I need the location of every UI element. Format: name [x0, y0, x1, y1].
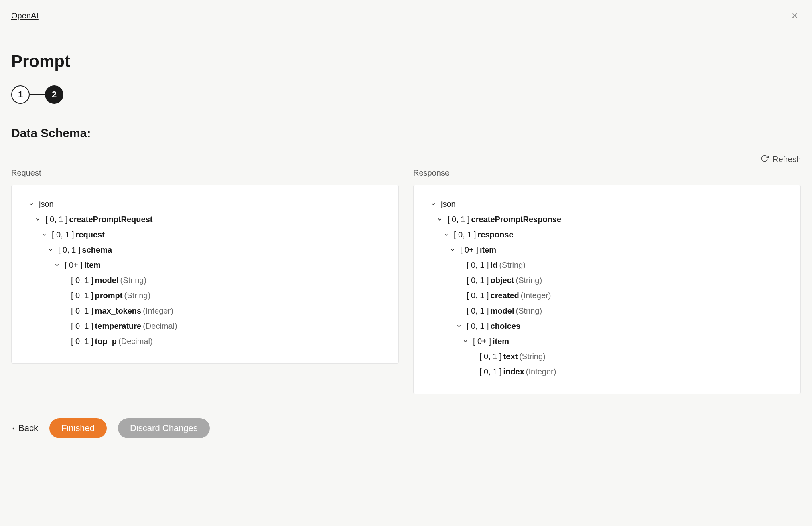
tree-node[interactable]: [ 0, 1 ] top_p (Decimal): [17, 334, 393, 349]
tree-node-json[interactable]: json: [17, 196, 393, 212]
tree-type: (Decimal): [118, 334, 153, 349]
tree-label: response: [478, 227, 514, 242]
tree-cardinality: [ 0, 1 ]: [71, 334, 93, 349]
tree-node[interactable]: [ 0, 1 ] prompt (String): [17, 288, 393, 303]
request-tree: json [ 0, 1 ] createPromptRequest [ 0, 1…: [11, 185, 399, 364]
step-connector: [30, 94, 45, 95]
tree-cardinality: [ 0, 1 ]: [71, 288, 93, 303]
tree-cardinality: [ 0, 1 ]: [71, 318, 93, 334]
tree-node[interactable]: [ 0, 1 ] text (String): [419, 349, 795, 364]
chevron-down-icon[interactable]: [437, 216, 445, 222]
tree-label: object: [491, 273, 514, 288]
tree-node[interactable]: [ 0, 1 ] model (String): [17, 273, 393, 288]
tree-cardinality: [ 0, 1 ]: [467, 257, 489, 273]
tree-type: (String): [120, 273, 147, 288]
tree-type: (String): [516, 303, 542, 318]
tree-cardinality: [ 0+ ]: [460, 242, 478, 257]
chevron-down-icon[interactable]: [48, 247, 56, 253]
tree-label: createPromptResponse: [471, 212, 562, 227]
tree-label: item: [84, 257, 101, 273]
tree-cardinality: [ 0+ ]: [473, 334, 491, 349]
tree-label: json: [441, 196, 456, 212]
refresh-label: Refresh: [773, 155, 801, 164]
tree-type: (String): [516, 273, 542, 288]
stepper: 1 2: [11, 85, 801, 104]
response-tree: json [ 0, 1 ] createPromptResponse [ 0, …: [413, 185, 801, 394]
tree-label: top_p: [95, 334, 117, 349]
back-label: Back: [18, 423, 38, 433]
step-2[interactable]: 2: [45, 85, 63, 104]
tree-node[interactable]: [ 0, 1 ] createPromptRequest: [17, 212, 393, 227]
tree-node[interactable]: [ 0, 1 ] choices: [419, 318, 795, 334]
tree-label: id: [491, 257, 498, 273]
chevron-left-icon: [11, 423, 16, 433]
tree-cardinality: [ 0, 1 ]: [467, 318, 489, 334]
tree-type: (Integer): [526, 364, 556, 379]
tree-label: index: [503, 364, 524, 379]
finished-button[interactable]: Finished: [49, 418, 107, 438]
tree-cardinality: [ 0, 1 ]: [71, 273, 93, 288]
tree-label: item: [493, 334, 509, 349]
tree-label: temperature: [95, 318, 142, 334]
schema-title: Data Schema:: [11, 126, 801, 140]
tree-node[interactable]: [ 0+ ] item: [17, 257, 393, 273]
tree-type: (String): [124, 288, 150, 303]
tree-type: (String): [519, 349, 546, 364]
tree-node[interactable]: [ 0, 1 ] model (String): [419, 303, 795, 318]
chevron-down-icon[interactable]: [463, 338, 471, 344]
tree-label: model: [95, 273, 119, 288]
tree-label: item: [480, 242, 496, 257]
tree-node[interactable]: [ 0, 1 ] schema: [17, 242, 393, 257]
chevron-down-icon[interactable]: [54, 262, 62, 268]
tree-cardinality: [ 0, 1 ]: [479, 349, 502, 364]
tree-cardinality: [ 0, 1 ]: [479, 364, 502, 379]
chevron-down-icon[interactable]: [443, 232, 451, 237]
tree-cardinality: [ 0, 1 ]: [58, 242, 81, 257]
tree-cardinality: [ 0, 1 ]: [467, 273, 489, 288]
tree-type: (Integer): [143, 303, 173, 318]
tree-node-json[interactable]: json: [419, 196, 795, 212]
tree-node[interactable]: [ 0, 1 ] response: [419, 227, 795, 242]
tree-node[interactable]: [ 0, 1 ] temperature (Decimal): [17, 318, 393, 334]
chevron-down-icon[interactable]: [41, 232, 49, 237]
openai-link[interactable]: OpenAI: [11, 11, 39, 20]
tree-label: request: [76, 227, 105, 242]
tree-node[interactable]: [ 0, 1 ] id (String): [419, 257, 795, 273]
tree-cardinality: [ 0, 1 ]: [447, 212, 470, 227]
tree-cardinality: [ 0, 1 ]: [467, 303, 489, 318]
discard-button[interactable]: Discard Changes: [118, 418, 210, 438]
tree-node[interactable]: [ 0, 1 ] request: [17, 227, 393, 242]
tree-label: createPromptRequest: [69, 212, 153, 227]
back-button[interactable]: Back: [11, 423, 38, 433]
tree-node[interactable]: [ 0+ ] item: [419, 242, 795, 257]
tree-label: max_tokens: [95, 303, 142, 318]
tree-type: (Integer): [521, 288, 551, 303]
tree-label: json: [39, 196, 54, 212]
step-1[interactable]: 1: [11, 85, 30, 104]
chevron-down-icon[interactable]: [450, 247, 458, 253]
tree-label: schema: [82, 242, 112, 257]
request-column: Request json [ 0, 1 ] createPromptReques…: [11, 168, 399, 394]
chevron-down-icon[interactable]: [28, 201, 37, 207]
chevron-down-icon[interactable]: [35, 216, 43, 222]
tree-node[interactable]: [ 0+ ] item: [419, 334, 795, 349]
response-header: Response: [413, 168, 801, 178]
tree-label: text: [503, 349, 518, 364]
chevron-down-icon[interactable]: [430, 201, 438, 207]
tree-label: prompt: [95, 288, 123, 303]
tree-type: (String): [499, 257, 526, 273]
close-icon[interactable]: [790, 11, 799, 22]
tree-node[interactable]: [ 0, 1 ] created (Integer): [419, 288, 795, 303]
tree-node[interactable]: [ 0, 1 ] max_tokens (Integer): [17, 303, 393, 318]
tree-label: created: [491, 288, 519, 303]
tree-cardinality: [ 0, 1 ]: [454, 227, 476, 242]
refresh-button[interactable]: Refresh: [11, 154, 801, 164]
chevron-down-icon[interactable]: [456, 323, 464, 329]
tree-node[interactable]: [ 0, 1 ] createPromptResponse: [419, 212, 795, 227]
page-title: Prompt: [11, 52, 801, 71]
tree-cardinality: [ 0, 1 ]: [52, 227, 74, 242]
tree-node[interactable]: [ 0, 1 ] object (String): [419, 273, 795, 288]
tree-cardinality: [ 0, 1 ]: [467, 288, 489, 303]
tree-cardinality: [ 0, 1 ]: [71, 303, 93, 318]
tree-node[interactable]: [ 0, 1 ] index (Integer): [419, 364, 795, 379]
